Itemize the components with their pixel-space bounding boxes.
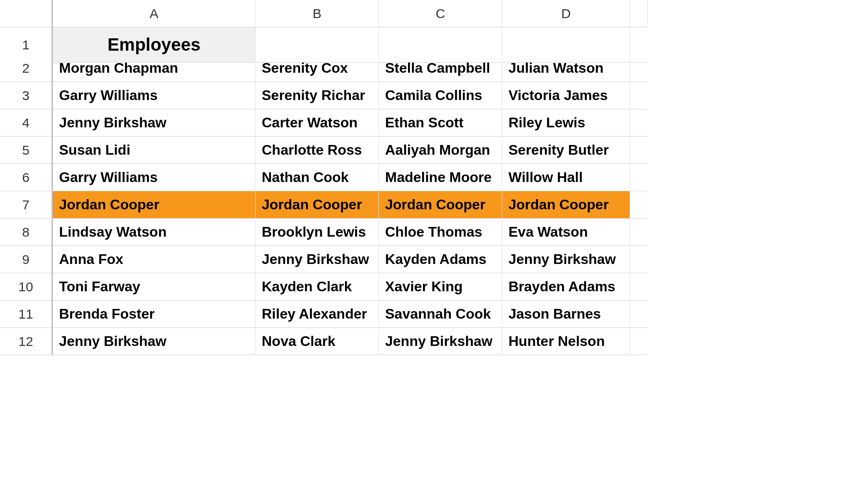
cell-e7[interactable] [630, 191, 648, 219]
row-header-6[interactable]: 6 [0, 164, 53, 191]
cell-a12[interactable]: Jenny Birkshaw [53, 328, 256, 355]
col-header-extra[interactable] [630, 0, 648, 27]
cell-b9[interactable]: Jenny Birkshaw [256, 246, 379, 273]
cell-c6[interactable]: Madeline Moore [379, 164, 502, 191]
cell-b6[interactable]: Nathan Cook [256, 164, 379, 191]
cell-a3[interactable]: Garry Williams [53, 82, 256, 109]
cell-d4[interactable]: Riley Lewis [502, 109, 630, 137]
cell-b7[interactable]: Jordan Cooper [256, 191, 379, 219]
cell-b5[interactable]: Charlotte Ross [256, 137, 379, 164]
cell-e6[interactable] [630, 164, 648, 191]
corner-cell[interactable] [0, 0, 53, 27]
cell-b8[interactable]: Brooklyn Lewis [256, 219, 379, 246]
cell-d2[interactable]: Julian Watson [502, 55, 630, 82]
row-header-9[interactable]: 9 [0, 246, 53, 273]
cell-e2[interactable] [630, 55, 648, 82]
cell-d5[interactable]: Serenity Butler [502, 137, 630, 164]
cell-e3[interactable] [630, 82, 648, 109]
cell-d12[interactable]: Hunter Nelson [502, 328, 630, 355]
spreadsheet-grid[interactable]: A B C D 1 Employees 2 Morgan Chapman Ser… [0, 0, 868, 355]
cell-d9[interactable]: Jenny Birkshaw [502, 246, 630, 273]
cell-c7[interactable]: Jordan Cooper [379, 191, 502, 219]
col-header-c[interactable]: C [379, 0, 502, 27]
cell-c10[interactable]: Xavier King [379, 273, 502, 301]
cell-a4[interactable]: Jenny Birkshaw [53, 109, 256, 137]
cell-b3[interactable]: Serenity Richar [256, 82, 379, 109]
cell-a11[interactable]: Brenda Foster [53, 301, 256, 328]
cell-b10[interactable]: Kayden Clark [256, 273, 379, 301]
cell-c3[interactable]: Camila Collins [379, 82, 502, 109]
cell-e12[interactable] [630, 328, 648, 355]
cell-d8[interactable]: Eva Watson [502, 219, 630, 246]
cell-e9[interactable] [630, 246, 648, 273]
cell-e4[interactable] [630, 109, 648, 137]
cell-d6[interactable]: Willow Hall [502, 164, 630, 191]
cell-c11[interactable]: Savannah Cook [379, 301, 502, 328]
cell-e10[interactable] [630, 273, 648, 301]
cell-c12[interactable]: Jenny Birkshaw [379, 328, 502, 355]
row-header-7[interactable]: 7 [0, 191, 53, 219]
row-header-10[interactable]: 10 [0, 273, 53, 301]
cell-e8[interactable] [630, 219, 648, 246]
cell-a10[interactable]: Toni Farway [53, 273, 256, 301]
cell-a7[interactable]: Jordan Cooper [53, 191, 256, 219]
cell-a2[interactable]: Morgan Chapman [53, 55, 256, 82]
cell-d3[interactable]: Victoria James [502, 82, 630, 109]
row-header-8[interactable]: 8 [0, 219, 53, 246]
row-header-4[interactable]: 4 [0, 109, 53, 137]
cell-c2[interactable]: Stella Campbell [379, 55, 502, 82]
cell-d11[interactable]: Jason Barnes [502, 301, 630, 328]
row-header-3[interactable]: 3 [0, 82, 53, 109]
col-header-a[interactable]: A [53, 0, 256, 27]
row-header-11[interactable]: 11 [0, 301, 53, 328]
cell-b11[interactable]: Riley Alexander [256, 301, 379, 328]
cell-b4[interactable]: Carter Watson [256, 109, 379, 137]
cell-b12[interactable]: Nova Clark [256, 328, 379, 355]
cell-a6[interactable]: Garry Williams [53, 164, 256, 191]
col-header-d[interactable]: D [502, 0, 630, 27]
cell-c4[interactable]: Ethan Scott [379, 109, 502, 137]
cell-a8[interactable]: Lindsay Watson [53, 219, 256, 246]
cell-c5[interactable]: Aaliyah Morgan [379, 137, 502, 164]
cell-e11[interactable] [630, 301, 648, 328]
row-header-2[interactable]: 2 [0, 55, 53, 82]
cell-e5[interactable] [630, 137, 648, 164]
col-header-b[interactable]: B [256, 0, 379, 27]
cell-b2[interactable]: Serenity Cox [256, 55, 379, 82]
row-header-5[interactable]: 5 [0, 137, 53, 164]
cell-a5[interactable]: Susan Lidi [53, 137, 256, 164]
cell-d10[interactable]: Brayden Adams [502, 273, 630, 301]
cell-a9[interactable]: Anna Fox [53, 246, 256, 273]
cell-c8[interactable]: Chloe Thomas [379, 219, 502, 246]
cell-c9[interactable]: Kayden Adams [379, 246, 502, 273]
row-header-12[interactable]: 12 [0, 328, 53, 355]
cell-d7[interactable]: Jordan Cooper [502, 191, 630, 219]
